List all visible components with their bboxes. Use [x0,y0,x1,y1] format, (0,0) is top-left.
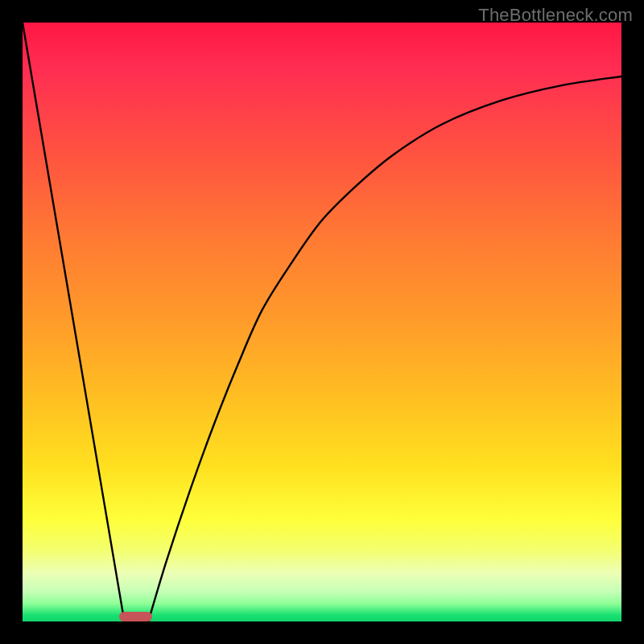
chart-frame: TheBottleneck.com [0,0,644,644]
branding-watermark: TheBottleneck.com [478,5,633,26]
optimal-marker [119,612,152,621]
bottleneck-curve [23,23,621,621]
plot-area [23,23,621,621]
